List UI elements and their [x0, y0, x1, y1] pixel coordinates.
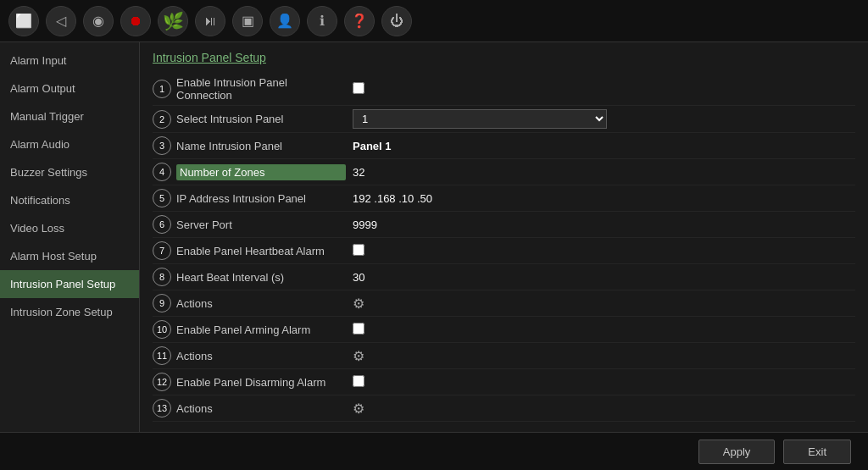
help-icon[interactable]: ❓ [344, 6, 375, 36]
form-row-11: 11 Actions ⚙ [153, 343, 855, 369]
sidebar-item-alarm-host-setup[interactable]: Alarm Host Setup [0, 242, 139, 270]
form-row-10: 10 Enable Panel Arming Alarm [153, 317, 855, 343]
form-row-9: 9 Actions ⚙ [153, 290, 855, 317]
row-value-7 [346, 244, 855, 258]
select-intrusion-panel[interactable]: 1 2 3 4 [353, 109, 607, 129]
toolbar: ⬜ ◁ ◉ ⏺ 🌿 ⏯ ▣ 👤 ℹ ❓ ⏻ [0, 0, 868, 42]
page-title: Intrusion Panel Setup [153, 51, 855, 64]
row-num-5: 5 [153, 189, 171, 207]
row-label-7: Enable Panel Heartbeat Alarm [176, 245, 346, 257]
row-label-12: Enable Panel Disarming Alarm [176, 376, 346, 389]
form-row-2: 2 Select Intrusion Panel 1 2 3 4 [153, 106, 855, 133]
row-value-ip: 192 .168 .10 .50 [346, 192, 855, 205]
row-value-9: ⚙ [346, 296, 855, 312]
sidebar-item-alarm-input[interactable]: Alarm Input [0, 47, 139, 75]
row-label-9: Actions [176, 297, 346, 310]
sidebar-item-notifications[interactable]: Notifications [0, 186, 139, 214]
bottom-bar: Apply Exit [0, 432, 868, 470]
main-layout: Alarm Input Alarm Output Manual Trigger … [0, 42, 868, 432]
form-row-3: 3 Name Intrusion Panel Panel 1 [153, 133, 855, 159]
row-num-4: 4 [153, 163, 171, 181]
row-value-4: 32 [346, 166, 855, 179]
user-icon[interactable]: 👤 [270, 6, 300, 36]
apply-button[interactable]: Apply [698, 440, 776, 464]
form-row-4: 4 Number of Zones 32 [153, 159, 855, 185]
form-row-7: 7 Enable Panel Heartbeat Alarm [153, 238, 855, 264]
row-value-2: 1 2 3 4 [346, 109, 855, 129]
form-row-13: 13 Actions ⚙ [153, 395, 855, 422]
row-label-5: IP Address Intrusion Panel [176, 192, 346, 205]
row-num-9: 9 [153, 294, 171, 312]
sidebar-item-buzzer-settings[interactable]: Buzzer Settings [0, 158, 139, 186]
form-row-1: 1 Enable Intrusion Panel Connection [153, 73, 855, 106]
row-num-3: 3 [153, 136, 171, 155]
row-num-1: 1 [153, 80, 171, 98]
actions-gear-button-9[interactable]: ⚙ [353, 296, 364, 312]
row-num-13: 13 [153, 399, 171, 417]
back-icon[interactable]: ◁ [46, 6, 76, 36]
form-row-6: 6 Server Port 9999 [153, 212, 855, 238]
row-num-2: 2 [153, 110, 171, 129]
row-value-10 [346, 323, 855, 337]
enable-panel-connection-checkbox[interactable] [353, 82, 364, 94]
row-num-11: 11 [153, 346, 171, 365]
actions-gear-button-13[interactable]: ⚙ [353, 401, 364, 417]
snapshot-icon[interactable]: ▣ [232, 6, 263, 36]
sidebar-item-video-loss[interactable]: Video Loss [0, 214, 139, 242]
content-area: Intrusion Panel Setup 1 Enable Intrusion… [140, 42, 868, 432]
row-value-6: 9999 [346, 218, 855, 231]
sidebar-item-intrusion-panel-setup[interactable]: Intrusion Panel Setup [0, 270, 139, 298]
sidebar-item-alarm-audio[interactable]: Alarm Audio [0, 130, 139, 158]
enable-heartbeat-checkbox[interactable] [353, 244, 364, 256]
live-icon[interactable]: 🌿 [158, 6, 188, 36]
row-num-12: 12 [153, 373, 171, 391]
enable-disarming-checkbox[interactable] [353, 375, 364, 387]
row-num-8: 8 [153, 268, 171, 286]
row-num-6: 6 [153, 215, 171, 234]
record-icon[interactable]: ⏺ [120, 6, 151, 36]
camera-icon[interactable]: ◉ [83, 6, 114, 36]
row-label-2: Select Intrusion Panel [176, 113, 346, 125]
row-value-11: ⚙ [346, 348, 855, 364]
row-label-3: Name Intrusion Panel [176, 140, 346, 152]
row-value-1 [346, 82, 855, 97]
actions-gear-button-11[interactable]: ⚙ [353, 348, 364, 364]
info-icon[interactable]: ℹ [307, 6, 337, 36]
playback-icon[interactable]: ⏯ [195, 6, 225, 36]
row-label-4: Number of Zones [176, 164, 346, 180]
sidebar-item-manual-trigger[interactable]: Manual Trigger [0, 102, 139, 130]
power-icon[interactable]: ⏻ [381, 6, 412, 36]
form-row-5: 5 IP Address Intrusion Panel 192 .168 .1… [153, 185, 855, 212]
row-value-8: 30 [346, 271, 855, 284]
row-value-12 [346, 375, 855, 390]
enable-arming-checkbox[interactable] [353, 323, 364, 335]
row-value-13: ⚙ [346, 401, 855, 417]
row-label-6: Server Port [176, 218, 346, 231]
row-label-8: Heart Beat Interval (s) [176, 271, 346, 284]
sidebar-item-alarm-output[interactable]: Alarm Output [0, 75, 139, 102]
sidebar-item-intrusion-zone-setup[interactable]: Intrusion Zone Setup [0, 298, 139, 326]
row-num-10: 10 [153, 320, 171, 339]
form-row-8: 8 Heart Beat Interval (s) 30 [153, 264, 855, 290]
exit-button[interactable]: Exit [783, 440, 851, 464]
row-label-1: Enable Intrusion Panel Connection [176, 76, 346, 102]
row-value-3[interactable]: Panel 1 [346, 140, 855, 152]
row-num-7: 7 [153, 241, 171, 260]
row-label-13: Actions [176, 402, 346, 415]
row-label-11: Actions [176, 350, 346, 362]
sidebar: Alarm Input Alarm Output Manual Trigger … [0, 42, 140, 432]
form-row-12: 12 Enable Panel Disarming Alarm [153, 369, 855, 395]
row-label-10: Enable Panel Arming Alarm [176, 323, 346, 336]
display-icon[interactable]: ⬜ [8, 6, 39, 36]
